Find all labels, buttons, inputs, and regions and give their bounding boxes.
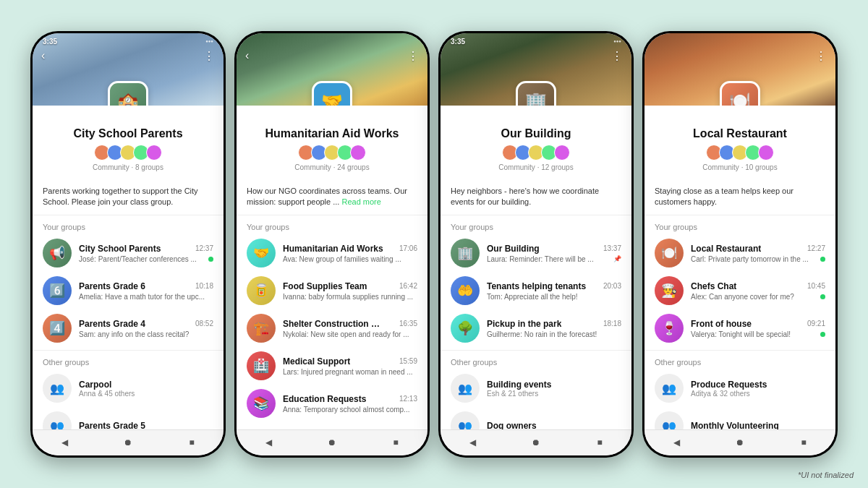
other-group-item[interactable]: 👥Produce RequestsAditya & 32 others bbox=[644, 369, 835, 407]
status-icons: ●●● bbox=[613, 39, 621, 43]
group-preview: José: Parent/Teacher conferences ... bbox=[79, 255, 205, 263]
community-meta: Community · 12 groups bbox=[451, 163, 621, 171]
nav-bar: ◀⏺■ bbox=[33, 429, 224, 455]
your-groups-label: Your groups bbox=[441, 218, 631, 234]
community-icon: 🤝 bbox=[321, 91, 343, 106]
other-group-item[interactable]: 👥CarpoolAnna & 45 others bbox=[33, 369, 224, 407]
phones-container: 3:35●●●‹⋮🏫City School ParentsCommunity ·… bbox=[16, 17, 852, 472]
phone-3: 3:35●●●⋮🏢Our BuildingCommunity · 12 grou… bbox=[438, 31, 634, 458]
group-time: 18:18 bbox=[603, 320, 621, 328]
community-icon: 🏢 bbox=[525, 91, 547, 106]
group-avatar: 📢 bbox=[43, 239, 72, 267]
group-avatar: 6️⃣ bbox=[43, 276, 72, 305]
back-nav-btn[interactable]: ◀ bbox=[668, 434, 685, 451]
group-item[interactable]: 🏢Our Building13:37Laura: Reminder: There… bbox=[441, 234, 631, 272]
community-name: Humanitarian Aid Works bbox=[247, 127, 417, 140]
phone-2: ‹⋮🤝Humanitarian Aid WorksCommunity · 24 … bbox=[234, 31, 430, 458]
group-time: 17:06 bbox=[399, 244, 417, 252]
overview-nav-btn[interactable]: ■ bbox=[183, 434, 200, 451]
group-item[interactable]: 🍽️Local Restaurant12:27Carl: Private par… bbox=[644, 234, 835, 272]
read-more-link[interactable]: Read more bbox=[341, 197, 380, 206]
member-avatars bbox=[451, 145, 621, 160]
other-group-avatar: 👥 bbox=[655, 411, 684, 429]
group-preview: Laura: Reminder: There will be ... bbox=[487, 255, 610, 263]
community-name: Our Building bbox=[451, 127, 621, 140]
group-time: 13:37 bbox=[603, 244, 621, 252]
group-preview: Nykolai: New site open and ready for ... bbox=[283, 330, 417, 338]
home-nav-btn[interactable]: ⏺ bbox=[119, 434, 137, 451]
more-options-button[interactable]: ⋮ bbox=[611, 49, 623, 63]
group-item[interactable]: 📚Education Requests12:13Anna: Temporary … bbox=[237, 385, 427, 422]
more-options-button[interactable]: ⋮ bbox=[203, 49, 215, 63]
back-arrow-button[interactable]: ‹ bbox=[245, 49, 249, 62]
overview-nav-btn[interactable]: ■ bbox=[387, 434, 404, 451]
group-time: 08:52 bbox=[195, 320, 213, 328]
group-name: Pickup in the park bbox=[487, 319, 561, 329]
more-options-button[interactable]: ⋮ bbox=[815, 49, 827, 63]
group-item[interactable]: 📢City School Parents12:37José: Parent/Te… bbox=[33, 234, 224, 272]
community-name: Local Restaurant bbox=[655, 127, 825, 140]
group-item[interactable]: 4️⃣Parents Grade 408:52Sam: any info on … bbox=[33, 309, 224, 347]
status-bar: 3:35●●● bbox=[43, 38, 213, 46]
group-item[interactable]: 6️⃣Parents Grade 610:18Amelia: Have a ma… bbox=[33, 272, 224, 309]
member-avatar bbox=[758, 145, 774, 160]
member-avatar bbox=[554, 145, 570, 160]
phone-3-header: 3:35●●●⋮🏢 bbox=[441, 33, 631, 106]
group-item[interactable]: 🌳Pickup in the park18:18Guilherme: No ra… bbox=[441, 309, 631, 347]
back-nav-btn[interactable]: ◀ bbox=[56, 434, 73, 451]
back-nav-btn[interactable]: ◀ bbox=[260, 434, 277, 451]
member-avatars bbox=[655, 145, 825, 160]
group-time: 09:21 bbox=[807, 320, 825, 328]
pinned-icon: 📌 bbox=[613, 255, 621, 262]
other-group-avatar: 👥 bbox=[43, 374, 72, 403]
group-item[interactable]: 🏥Medical Support15:59Lars: Injured pregn… bbox=[237, 347, 427, 385]
group-item[interactable]: 🍷Front of house09:21Valerya: Tonight wil… bbox=[644, 309, 835, 347]
community-description: Parents working together to support the … bbox=[33, 181, 224, 213]
community-icon: 🏫 bbox=[117, 91, 139, 106]
overview-nav-btn[interactable]: ■ bbox=[591, 434, 608, 451]
overview-nav-btn[interactable]: ■ bbox=[795, 434, 812, 451]
group-name: Parents Grade 4 bbox=[79, 319, 145, 329]
group-time: 20:03 bbox=[603, 282, 621, 290]
home-nav-btn[interactable]: ⏺ bbox=[323, 434, 341, 451]
home-nav-btn[interactable]: ⏺ bbox=[731, 434, 749, 451]
phone-1: 3:35●●●‹⋮🏫City School ParentsCommunity ·… bbox=[30, 31, 226, 458]
other-groups-label: Other groups bbox=[33, 354, 224, 369]
footnote-text: *UI not finalized bbox=[798, 471, 854, 479]
home-nav-btn[interactable]: ⏺ bbox=[527, 434, 545, 451]
back-arrow-button[interactable]: ‹ bbox=[41, 49, 45, 62]
more-options-button[interactable]: ⋮ bbox=[407, 49, 419, 63]
group-item[interactable]: 🤲Tenants helping tenants20:03Tom: Apprec… bbox=[441, 272, 631, 309]
group-time: 16:35 bbox=[399, 320, 417, 328]
other-group-item[interactable]: 👥Dog owners bbox=[441, 407, 631, 429]
other-group-item[interactable]: 👥Building eventsEsh & 21 others bbox=[441, 369, 631, 407]
group-avatar: 🏗️ bbox=[247, 314, 276, 343]
community-meta: Community · 24 groups bbox=[247, 163, 417, 171]
phone-4-header: ⋮🍽️ bbox=[644, 33, 835, 106]
other-group-item[interactable]: 👥Monthly Volunteering bbox=[644, 407, 835, 429]
other-group-item[interactable]: 👥Parents Grade 5 bbox=[33, 407, 224, 429]
status-time: 3:35 bbox=[451, 38, 465, 46]
group-preview: Ava: New group of families waiting ... bbox=[283, 255, 417, 263]
group-avatar: 🏥 bbox=[247, 351, 276, 380]
group-name: Parents Grade 6 bbox=[79, 281, 145, 291]
other-group-name: Produce Requests bbox=[691, 380, 825, 390]
group-name: Shelter Construction Team bbox=[283, 319, 384, 329]
group-item[interactable]: 🤝Humanitarian Aid Works17:06Ava: New gro… bbox=[237, 234, 427, 272]
other-groups-label: Other groups bbox=[441, 354, 631, 369]
group-avatar: 🌳 bbox=[451, 314, 480, 343]
community-icon: 🍽️ bbox=[729, 91, 751, 106]
group-item[interactable]: 👨‍🍳Chefs Chat10:45Alex: Can anyone cover… bbox=[644, 272, 835, 309]
back-nav-btn[interactable]: ◀ bbox=[464, 434, 481, 451]
group-preview: Amelia: Have a math tutor for the upc... bbox=[79, 293, 213, 301]
group-avatar: 👨‍🍳 bbox=[655, 276, 684, 305]
community-description: Staying close as a team helps keep our c… bbox=[644, 181, 835, 213]
other-group-avatar: 👥 bbox=[655, 374, 684, 403]
other-group-name: Building events bbox=[487, 380, 621, 390]
group-preview: Carl: Private party tomorrow in the ... bbox=[691, 255, 817, 263]
community-description: How our NGO coordinates across teams. Ou… bbox=[237, 181, 427, 213]
group-item[interactable]: 🏗️Shelter Construction Team16:35Nykolai:… bbox=[237, 309, 427, 347]
group-item[interactable]: 🥫Food Supplies Team16:42Ivanna: baby for… bbox=[237, 272, 427, 309]
group-name: Chefs Chat bbox=[691, 281, 736, 291]
unread-dot bbox=[820, 257, 825, 262]
